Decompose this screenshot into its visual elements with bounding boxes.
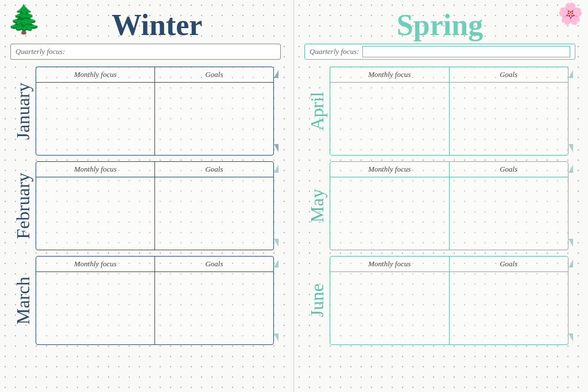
march-row: March Monthly focus Goals: [10, 256, 281, 345]
march-focus-header: Monthly focus: [36, 257, 155, 271]
january-focus-header: Monthly focus: [36, 67, 155, 82]
tree-icon: 🌲: [7, 6, 41, 33]
april-focus-cell[interactable]: [330, 83, 450, 155]
february-table-body: [36, 177, 273, 250]
spring-quarterly-label: Quarterly focus:: [310, 47, 359, 56]
june-focus-header: Monthly focus: [330, 257, 450, 271]
june-fold: [568, 256, 575, 345]
june-table-body: [330, 272, 568, 344]
february-table-header: Monthly focus Goals: [36, 162, 273, 177]
january-table-header: Monthly focus Goals: [36, 67, 273, 83]
june-fold-top: [568, 259, 573, 267]
april-label-wrap: April: [304, 67, 330, 156]
january-row: January Monthly focus Goals: [10, 67, 281, 156]
april-goals-header: Goals: [450, 67, 568, 82]
january-fold: [274, 67, 281, 156]
june-table-header: Monthly focus Goals: [330, 257, 568, 272]
january-table[interactable]: Monthly focus Goals: [36, 67, 274, 156]
may-goals-cell[interactable]: [450, 177, 568, 250]
january-table-body: [36, 83, 273, 155]
march-label-wrap: March: [10, 256, 36, 345]
may-fold: [568, 161, 575, 250]
winter-quarterly-focus[interactable]: Quarterly focus:: [10, 44, 281, 60]
winter-page: 🌲 Winter Quarterly focus: January Monthl…: [0, 0, 294, 392]
february-goals-header: Goals: [155, 162, 273, 177]
flower-icon: 🌸: [558, 3, 583, 24]
june-focus-cell[interactable]: [330, 272, 450, 344]
may-label: May: [308, 189, 326, 223]
may-focus-header: Monthly focus: [330, 162, 450, 177]
january-label-wrap: January: [10, 67, 36, 156]
june-goals-header: Goals: [450, 257, 568, 271]
may-table-body: [330, 177, 568, 250]
june-table[interactable]: Monthly focus Goals: [330, 256, 568, 345]
april-row: April Monthly focus Goals: [304, 67, 575, 156]
spring-quarterly-focus[interactable]: Quarterly focus:: [304, 44, 575, 60]
may-fold-top: [568, 165, 573, 173]
may-row: May Monthly focus Goals: [304, 161, 575, 250]
january-goals-cell[interactable]: [155, 83, 273, 155]
april-focus-header: Monthly focus: [330, 67, 450, 82]
april-goals-cell[interactable]: [450, 83, 568, 155]
may-table[interactable]: Monthly focus Goals: [330, 161, 568, 250]
february-table[interactable]: Monthly focus Goals: [36, 161, 274, 250]
march-label: March: [14, 277, 32, 325]
january-goals-header: Goals: [155, 67, 273, 82]
february-focus-header: Monthly focus: [36, 162, 155, 177]
february-fold-bottom: [274, 239, 278, 247]
spring-page: 🌸 Spring Quarterly focus: April Monthly …: [294, 0, 588, 392]
march-goals-cell[interactable]: [155, 272, 273, 344]
february-goals-cell[interactable]: [155, 177, 273, 250]
february-label: February: [14, 173, 32, 239]
january-label: January: [14, 83, 32, 140]
june-row: June Monthly focus Goals: [304, 256, 575, 345]
winter-title: Winter: [10, 10, 281, 40]
june-goals-cell[interactable]: [450, 272, 568, 344]
april-label: April: [308, 92, 326, 131]
march-fold-top: [274, 259, 278, 267]
january-focus-cell[interactable]: [36, 83, 155, 155]
winter-quarterly-label: Quarterly focus:: [16, 47, 65, 56]
march-focus-cell[interactable]: [36, 272, 155, 344]
february-fold-top: [274, 165, 278, 173]
february-focus-cell[interactable]: [36, 177, 155, 250]
april-fold-top: [568, 70, 573, 78]
february-label-wrap: February: [10, 161, 36, 250]
april-table[interactable]: Monthly focus Goals: [330, 67, 568, 156]
june-label: June: [308, 284, 326, 317]
march-goals-header: Goals: [155, 257, 273, 271]
april-fold-bottom: [568, 144, 573, 152]
may-focus-cell[interactable]: [330, 177, 450, 250]
may-label-wrap: May: [304, 161, 330, 250]
february-fold: [274, 161, 281, 250]
march-fold: [274, 256, 281, 345]
june-label-wrap: June: [304, 256, 330, 345]
may-goals-header: Goals: [450, 162, 568, 177]
may-table-header: Monthly focus Goals: [330, 162, 568, 177]
may-fold-bottom: [568, 239, 573, 247]
february-row: February Monthly focus Goals: [10, 161, 281, 250]
january-fold-top: [274, 70, 278, 78]
april-fold: [568, 67, 575, 156]
april-table-header: Monthly focus Goals: [330, 67, 568, 83]
march-table-header: Monthly focus Goals: [36, 257, 273, 272]
january-fold-bottom: [274, 144, 278, 152]
march-table-body: [36, 272, 273, 344]
march-table[interactable]: Monthly focus Goals: [36, 256, 274, 345]
spring-quarterly-input[interactable]: [362, 46, 570, 57]
june-fold-bottom: [568, 333, 573, 341]
april-table-body: [330, 83, 568, 155]
winter-quarterly-input[interactable]: [68, 46, 276, 57]
march-fold-bottom: [274, 333, 278, 341]
spring-title: Spring: [304, 10, 575, 40]
